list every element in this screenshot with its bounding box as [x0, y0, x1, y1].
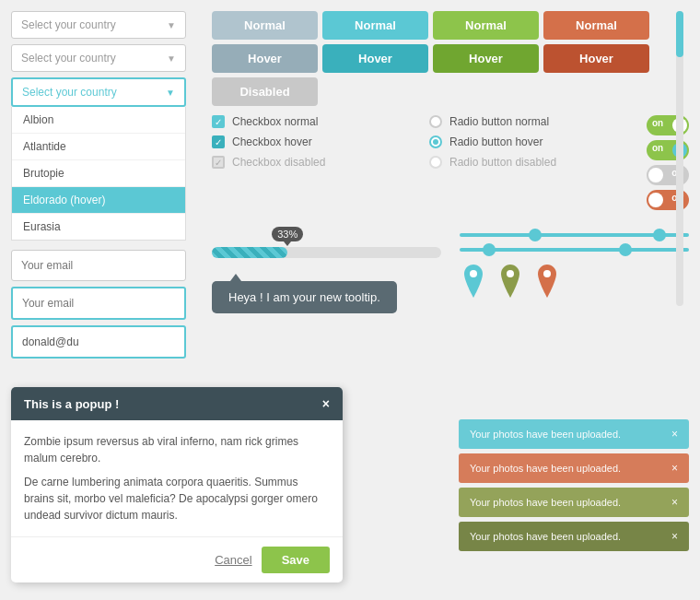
btn-disabled: Disabled	[212, 77, 318, 106]
scrollbar[interactable]	[671, 11, 689, 306]
checkbox-hover[interactable]: ✓	[212, 135, 225, 148]
notif-teal-close[interactable]: ×	[671, 428, 678, 441]
scrollbar-track	[676, 11, 683, 306]
toggle-on-1-label: on	[652, 118, 663, 128]
popup-body-text-1: Zombie ipsum reversus ab viral inferno, …	[24, 433, 330, 466]
popup-save-button[interactable]: Save	[262, 547, 330, 573]
dropdown-normal-1[interactable]: Select your country ▼	[11, 11, 186, 39]
dropdown-label-1: Select your country	[21, 18, 116, 31]
tooltip-section: Heya ! I am your new tooltip.	[212, 276, 441, 313]
popup-header: This is a popup ! ×	[11, 387, 343, 420]
cb-hover-row: ✓ Checkbox hover	[212, 135, 411, 148]
checkbox-disabled: ✓	[212, 156, 225, 169]
notif-dark-olive-text: Your photos have been uploaded.	[470, 531, 621, 542]
progress-fill	[212, 247, 287, 258]
rb-disabled-label: Radio button disabled	[449, 156, 556, 169]
btn-teal-normal[interactable]: Normal	[322, 11, 428, 40]
popup-cancel-button[interactable]: Cancel	[215, 547, 251, 573]
pin-teal	[460, 263, 487, 300]
cb-disabled-label: Checkbox disabled	[232, 156, 325, 169]
btn-green-normal[interactable]: Normal	[433, 11, 539, 40]
notif-teal-text: Your photos have been uploaded.	[470, 429, 621, 440]
radios-group: Radio button normal Radio button hover R…	[429, 115, 628, 210]
btn-row-normal: Normal Normal Normal Normal	[212, 11, 689, 40]
dropdown-active-arrow: ▼	[166, 88, 175, 98]
dual-sliders	[460, 233, 689, 252]
email-input-filled[interactable]	[11, 325, 186, 359]
popup-section: This is a popup ! × Zombie ipsum reversu…	[11, 387, 343, 582]
notif-dark-olive: Your photos have been uploaded. ×	[459, 522, 689, 551]
dropdown-list: Albion Atlantide Brutopie Eldorado (hove…	[11, 107, 186, 241]
right-area: Normal Normal Normal Normal Hover Hover …	[212, 11, 689, 341]
progress-container: 33%	[212, 247, 441, 258]
main-container: Select your country ▼ Select your countr…	[0, 0, 700, 600]
slider-left-area: 33% Heya ! I am your new tooltip.	[212, 224, 441, 327]
dual-thumb-1a[interactable]	[529, 229, 542, 241]
radio-disabled	[429, 156, 442, 169]
cb-hover-label: Checkbox hover	[232, 135, 312, 148]
email-input-normal[interactable]	[11, 250, 186, 281]
dual-track-1[interactable]	[460, 233, 689, 237]
dual-thumb-2b[interactable]	[619, 243, 632, 256]
dropdown-active[interactable]: Select your country ▼	[11, 77, 186, 107]
btn-row-hover: Hover Hover Hover Hover	[212, 44, 689, 73]
dropdown-arrow-1: ▼	[167, 20, 176, 30]
progress-label: 33%	[272, 227, 303, 241]
dropdown-label-2: Select your country	[21, 52, 116, 65]
btn-orange-hover[interactable]: Hover	[543, 44, 649, 73]
notifications-section: Your photos have been uploaded. × Your p…	[459, 419, 689, 556]
dropdown-active-label: Select your country	[22, 86, 117, 99]
dropdown-arrow-2: ▼	[167, 53, 176, 64]
notif-orange-text: Your photos have been uploaded.	[470, 463, 621, 474]
btn-teal-hover[interactable]: Hover	[322, 44, 428, 73]
dropdown-normal-2[interactable]: Select your country ▼	[11, 44, 186, 72]
dropdown-item-eurasia[interactable]: Eurasia	[12, 214, 185, 240]
checkbox-normal[interactable]: ✓	[212, 115, 225, 128]
rb-hover-row: Radio button hover	[429, 135, 628, 148]
slider-tooltip-section: 33% Heya ! I am your new tooltip.	[212, 224, 689, 327]
notif-orange: Your photos have been uploaded. ×	[459, 453, 689, 483]
rb-hover-label: Radio button hover	[449, 135, 542, 148]
checkboxes-group: ✓ Checkbox normal ✓ Checkbox hover ✓ Che…	[212, 115, 411, 210]
cb-normal-row: ✓ Checkbox normal	[212, 115, 411, 128]
slider-right-area	[460, 224, 689, 327]
buttons-section: Normal Normal Normal Normal Hover Hover …	[212, 11, 689, 106]
notif-olive: Your photos have been uploaded. ×	[459, 488, 689, 517]
notif-orange-close[interactable]: ×	[671, 462, 678, 475]
rb-normal-label: Radio button normal	[449, 115, 549, 128]
popup-body: Zombie ipsum reversus ab viral inferno, …	[11, 420, 343, 536]
tooltip-text: Heya ! I am your new tooltip.	[228, 290, 380, 304]
pin-olive	[496, 263, 524, 300]
popup-title: This is a popup !	[24, 397, 119, 411]
dual-track-2[interactable]	[460, 248, 689, 252]
pins-section	[460, 263, 689, 304]
dual-thumb-2a[interactable]	[483, 243, 496, 256]
dropdown-item-eldorado[interactable]: Eldorado (hover)	[12, 187, 185, 214]
btn-gray-hover[interactable]: Hover	[212, 44, 318, 73]
radio-hover[interactable]	[429, 135, 442, 148]
rb-normal-row: Radio button normal	[429, 115, 628, 128]
notif-dark-olive-close[interactable]: ×	[671, 530, 678, 543]
dual-thumb-1b[interactable]	[653, 229, 666, 241]
email-input-focused[interactable]	[11, 287, 186, 320]
dropdown-item-albion[interactable]: Albion	[12, 107, 185, 134]
progress-track[interactable]	[212, 247, 441, 258]
scrollbar-thumb[interactable]	[676, 11, 683, 57]
dropdown-item-brutopie[interactable]: Brutopie	[12, 160, 185, 187]
popup-body-text-2: De carne lumbering animata corpora quaer…	[24, 474, 330, 524]
left-column: Select your country ▼ Select your countr…	[11, 11, 204, 364]
btn-orange-normal[interactable]: Normal	[543, 11, 649, 40]
dropdown-item-atlantide[interactable]: Atlantide	[12, 134, 185, 160]
popup-close-button[interactable]: ×	[322, 396, 330, 411]
rb-disabled-row: Radio button disabled	[429, 156, 628, 169]
btn-green-hover[interactable]: Hover	[433, 44, 539, 73]
pin-orange	[533, 263, 561, 300]
tooltip-box: Heya ! I am your new tooltip.	[212, 281, 397, 313]
svg-point-0	[470, 270, 477, 277]
popup-footer: Cancel Save	[11, 536, 343, 582]
notif-olive-close[interactable]: ×	[671, 496, 678, 509]
btn-gray-normal[interactable]: Normal	[212, 11, 318, 40]
svg-point-2	[543, 270, 551, 277]
svg-point-1	[507, 270, 514, 277]
radio-normal[interactable]	[429, 115, 442, 128]
